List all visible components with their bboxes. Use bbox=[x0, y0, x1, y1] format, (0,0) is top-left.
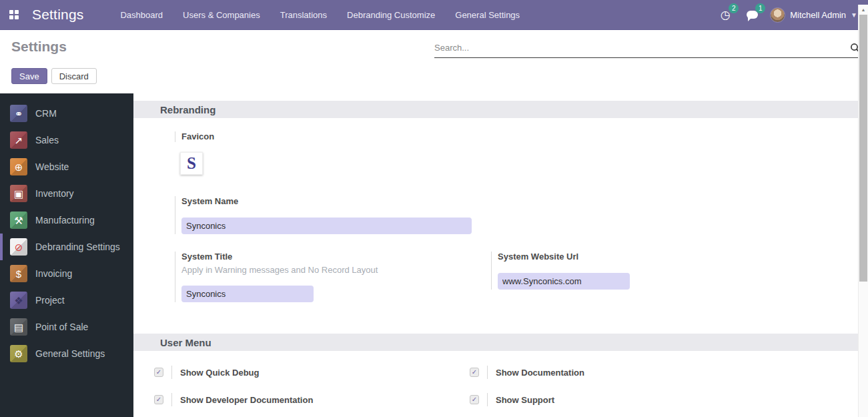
inventory-icon: ▣ bbox=[10, 185, 27, 202]
sidebar-item-label: Project bbox=[35, 295, 65, 306]
favicon-field-group: Favicon bbox=[175, 131, 858, 142]
system-name-input[interactable] bbox=[181, 218, 472, 234]
sidebar-item-invoicing[interactable]: $ Invoicing bbox=[0, 260, 133, 287]
sidebar-item-label: Website bbox=[35, 161, 69, 172]
sidebar-item-label: CRM bbox=[35, 108, 57, 119]
sidebar-item-sales[interactable]: ↗ Sales bbox=[0, 127, 133, 153]
save-button[interactable]: Save bbox=[11, 68, 47, 84]
menu-general-settings[interactable]: General Settings bbox=[448, 0, 526, 29]
option-label: Show Developer Documentation bbox=[180, 395, 313, 405]
favicon-image[interactable]: S bbox=[180, 152, 203, 175]
sales-icon: ↗ bbox=[10, 131, 27, 149]
section-title: Rebranding bbox=[160, 104, 215, 115]
project-icon: ❖ bbox=[10, 292, 27, 309]
option-label: Show Quick Debug bbox=[180, 368, 259, 378]
sidebar-item-label: Point of Sale bbox=[35, 322, 88, 332]
option-show-documentation: Show Documentation bbox=[470, 366, 858, 379]
option-show-support: Show Support bbox=[470, 393, 858, 406]
system-website-url-field-group: System Website Url bbox=[491, 252, 691, 290]
sidebar-item-label: Manufacturing bbox=[35, 215, 95, 226]
sidebar-item-inventory[interactable]: ▣ Inventory bbox=[0, 180, 133, 207]
search-input[interactable] bbox=[434, 43, 849, 53]
show-documentation-checkbox[interactable] bbox=[470, 368, 479, 377]
topbar-systray: ◷ 2 1 Mitchell Admin ▼ bbox=[717, 6, 868, 23]
system-title-label: System Title bbox=[181, 252, 472, 262]
search-bar bbox=[434, 38, 861, 58]
sidebar-item-label: Inventory bbox=[35, 188, 74, 199]
user-name: Mitchell Admin bbox=[790, 10, 846, 20]
show-support-checkbox[interactable] bbox=[470, 395, 479, 404]
menu-debranding-customize[interactable]: Debranding Customize bbox=[340, 0, 442, 29]
activities-clock-icon[interactable]: ◷ 2 bbox=[717, 6, 734, 23]
section-rebranding: Rebranding bbox=[133, 101, 858, 118]
top-navbar: Settings Dashboard Users & Companies Tra… bbox=[0, 0, 868, 30]
general-settings-icon: ⚙ bbox=[10, 345, 27, 362]
app-brand-title[interactable]: Settings bbox=[32, 7, 83, 23]
point-of-sale-icon: ▤ bbox=[10, 318, 27, 336]
option-label: Show Support bbox=[496, 395, 554, 405]
vertical-scrollbar[interactable]: ▲ bbox=[858, 5, 868, 417]
user-menu-options: Show Quick Debug Show Documentation Show… bbox=[154, 366, 858, 406]
menu-dashboard[interactable]: Dashboard bbox=[113, 0, 169, 29]
settings-page: Settings Dashboard Users & Companies Tra… bbox=[0, 0, 868, 417]
sidebar-item-manufacturing[interactable]: ⚒ Manufacturing bbox=[0, 207, 133, 234]
grid-icon bbox=[9, 10, 19, 19]
sidebar-item-general-settings[interactable]: ⚙ General Settings bbox=[0, 340, 133, 367]
sidebar-item-label: General Settings bbox=[35, 348, 105, 359]
divider bbox=[487, 393, 488, 406]
sidebar-item-crm[interactable]: ⚭ CRM bbox=[0, 100, 133, 127]
sidebar-item-debranding-settings[interactable]: ⊘ Debranding Settings bbox=[0, 234, 133, 260]
page-title: Settings bbox=[11, 39, 67, 55]
control-panel: Settings Save Discard bbox=[0, 30, 868, 93]
system-website-url-label: System Website Url bbox=[498, 252, 691, 262]
sidebar-item-label: Invoicing bbox=[35, 268, 72, 279]
activities-count-badge: 2 bbox=[729, 3, 739, 13]
discard-button[interactable]: Discard bbox=[51, 68, 97, 84]
user-avatar bbox=[770, 7, 785, 23]
option-label: Show Documentation bbox=[496, 368, 584, 378]
system-title-field-group: System Title Apply in Warning messages a… bbox=[175, 252, 472, 302]
messages-bubble-icon[interactable]: 1 bbox=[743, 6, 761, 23]
favicon-label: Favicon bbox=[181, 131, 858, 142]
scroll-up-arrow[interactable]: ▲ bbox=[859, 5, 868, 15]
option-show-quick-debug: Show Quick Debug bbox=[154, 366, 470, 379]
menu-users-companies[interactable]: Users & Companies bbox=[176, 0, 267, 29]
sidebar-item-point-of-sale[interactable]: ▤ Point of Sale bbox=[0, 314, 133, 340]
system-website-url-input[interactable] bbox=[498, 273, 630, 290]
sidebar-item-label: Debranding Settings bbox=[35, 242, 120, 252]
sidebar-item-website[interactable]: ⊕ Website bbox=[0, 153, 133, 180]
favicon-letter: S bbox=[187, 154, 196, 173]
system-name-label: System Name bbox=[181, 196, 472, 207]
settings-form: Rebranding Favicon S System Name System … bbox=[133, 93, 868, 417]
system-title-input[interactable] bbox=[181, 286, 314, 302]
action-buttons: Save Discard bbox=[11, 68, 97, 84]
system-title-help: Apply in Warning messages and No Record … bbox=[181, 266, 472, 274]
sidebar-item-project[interactable]: ❖ Project bbox=[0, 287, 133, 314]
title-url-row: System Title Apply in Warning messages a… bbox=[133, 252, 858, 302]
messages-count-badge: 1 bbox=[755, 3, 765, 13]
divider bbox=[487, 366, 488, 379]
chevron-down-icon: ▼ bbox=[851, 11, 857, 19]
sidebar-item-label: Sales bbox=[35, 135, 59, 145]
show-developer-documentation-checkbox[interactable] bbox=[154, 395, 163, 404]
manufacturing-icon: ⚒ bbox=[10, 212, 27, 229]
scrollbar-thumb[interactable] bbox=[859, 15, 867, 282]
section-user-menu: User Menu bbox=[133, 334, 858, 351]
apps-menu-icon[interactable] bbox=[0, 0, 28, 30]
option-show-developer-documentation: Show Developer Documentation bbox=[154, 393, 470, 406]
system-name-field-group: System Name bbox=[175, 196, 472, 234]
invoicing-icon: $ bbox=[10, 265, 27, 282]
settings-sidebar: ⚭ CRM ↗ Sales ⊕ Website ▣ Inventory ⚒ Ma… bbox=[0, 93, 133, 417]
divider bbox=[171, 366, 172, 379]
user-menu[interactable]: Mitchell Admin ▼ bbox=[770, 7, 857, 23]
menu-translations[interactable]: Translations bbox=[274, 0, 334, 29]
top-menu: Dashboard Users & Companies Translations… bbox=[110, 0, 530, 29]
debranding-icon: ⊘ bbox=[10, 238, 27, 256]
section-title: User Menu bbox=[160, 337, 211, 348]
divider bbox=[171, 393, 172, 406]
website-icon: ⊕ bbox=[10, 158, 27, 175]
show-quick-debug-checkbox[interactable] bbox=[154, 368, 163, 377]
crm-icon: ⚭ bbox=[10, 105, 27, 122]
